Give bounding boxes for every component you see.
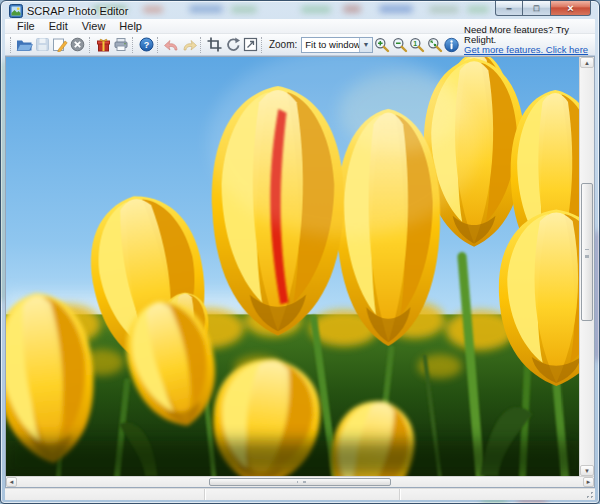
scroll-up-button[interactable]: ▲ <box>580 57 594 68</box>
toolbar-separator <box>10 37 13 53</box>
svg-text:?: ? <box>144 40 150 50</box>
edit-icon <box>52 37 68 52</box>
redo-button[interactable] <box>181 35 199 55</box>
save-icon <box>35 37 50 52</box>
scroll-left-button[interactable]: ◄ <box>6 477 17 487</box>
promo-heading: Need More features? Try Relight. <box>464 25 588 45</box>
gift-icon <box>96 37 111 52</box>
resize-grip[interactable] <box>584 489 594 499</box>
rotate-button[interactable] <box>224 35 242 55</box>
crop-button[interactable] <box>206 35 224 55</box>
photo-canvas[interactable] <box>6 57 579 476</box>
fit-to-window-icon <box>427 37 443 53</box>
edit-button[interactable] <box>51 35 69 55</box>
zoom-out-icon <box>392 37 408 53</box>
crop-icon <box>207 37 222 52</box>
minimize-button[interactable]: – <box>495 1 523 16</box>
help-icon: ? <box>139 37 154 52</box>
close-button[interactable]: × <box>550 1 591 16</box>
cancel-button[interactable] <box>69 35 87 55</box>
scroll-down-button[interactable]: ▼ <box>580 465 594 476</box>
toolbar: ? <box>5 34 595 56</box>
actual-size-icon: 1 <box>409 37 425 53</box>
horizontal-scroll-thumb[interactable] <box>209 478 390 486</box>
info-icon <box>444 36 459 54</box>
undo-icon <box>163 38 180 52</box>
rotate-icon <box>225 37 240 52</box>
resize-button[interactable] <box>242 35 260 55</box>
open-folder-icon <box>16 37 33 52</box>
gift-button[interactable] <box>94 35 112 55</box>
horizontal-scrollbar[interactable]: ◄ ► <box>6 476 594 487</box>
help-button[interactable]: ? <box>137 35 155 55</box>
tulips-photo <box>6 57 579 476</box>
horizontal-scroll-track[interactable] <box>17 477 583 487</box>
toolbar-separator <box>261 37 264 53</box>
resize-icon <box>243 37 258 52</box>
zoom-out-button[interactable] <box>391 35 409 55</box>
app-icon <box>9 4 23 18</box>
zoom-dropdown[interactable]: Fit to window (100.7 ▼ <box>301 37 373 53</box>
actual-size-button[interactable]: 1 <box>408 35 426 55</box>
menu-view[interactable]: View <box>75 20 113 32</box>
titlebar[interactable]: SCRAP Photo Editor – □ × <box>5 1 595 19</box>
svg-text:1: 1 <box>414 40 418 47</box>
save-button[interactable] <box>33 35 51 55</box>
fit-to-window-button[interactable] <box>426 35 444 55</box>
app-window: SCRAP Photo Editor – □ × File Edit View … <box>0 0 600 504</box>
zoom-in-button[interactable] <box>373 35 391 55</box>
zoom-value: Fit to window (100.7 <box>305 39 359 50</box>
menu-edit[interactable]: Edit <box>42 20 75 32</box>
maximize-button[interactable]: □ <box>523 1 550 16</box>
toolbar-separator <box>157 37 160 53</box>
close-x-icon <box>70 37 85 52</box>
canvas-frame: ▲ ▼ ◄ ► <box>5 56 595 488</box>
toolbar-separator <box>200 37 203 53</box>
zoom-label: Zoom: <box>269 39 297 50</box>
menu-file[interactable]: File <box>10 20 42 32</box>
window-title: SCRAP Photo Editor <box>27 5 128 17</box>
vertical-scroll-thumb[interactable] <box>581 183 593 321</box>
status-cell <box>205 489 400 500</box>
vertical-scrollbar[interactable]: ▲ ▼ <box>579 57 594 476</box>
chevron-down-icon: ▼ <box>359 38 372 52</box>
zoom-in-icon <box>374 37 390 53</box>
scroll-right-button[interactable]: ► <box>583 477 594 487</box>
print-icon <box>113 37 129 52</box>
menu-help[interactable]: Help <box>112 20 149 32</box>
status-cell <box>400 489 595 500</box>
undo-button[interactable] <box>163 35 181 55</box>
toolbar-separator <box>89 37 92 53</box>
open-button[interactable] <box>16 35 34 55</box>
toolbar-separator <box>132 37 135 53</box>
status-cell <box>5 489 205 500</box>
client-area: File Edit View Help <box>5 19 595 500</box>
print-button[interactable] <box>112 35 130 55</box>
status-bar <box>5 488 595 500</box>
window-controls: – □ × <box>495 1 591 16</box>
redo-icon <box>181 38 198 52</box>
